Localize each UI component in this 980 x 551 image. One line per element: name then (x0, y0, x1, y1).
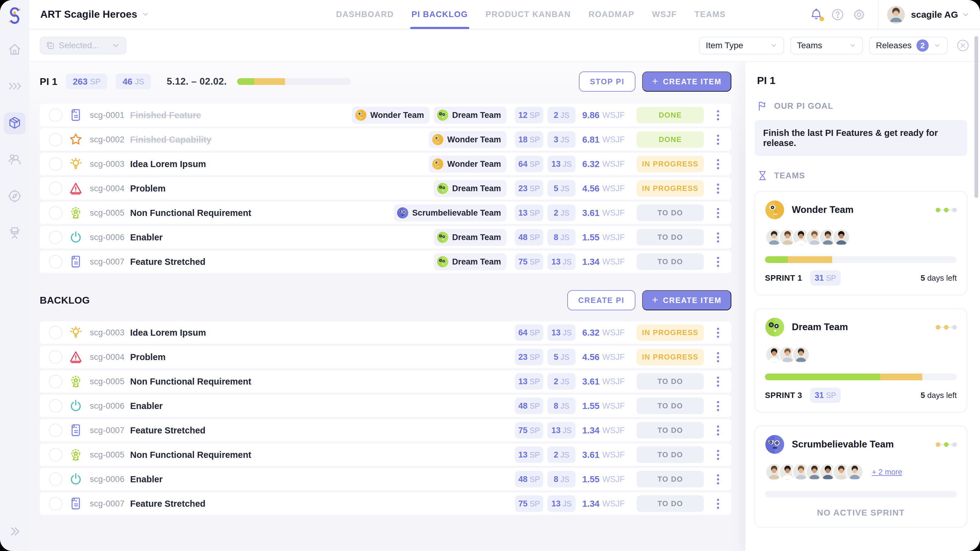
bell-icon[interactable] (810, 8, 823, 21)
item-row[interactable]: scg-0003Idea Lorem Ipsum64SP13JS6.32WSJF… (40, 321, 731, 344)
row-checkbox[interactable] (49, 157, 62, 171)
item-title[interactable]: Feature Stretched (130, 257, 205, 267)
item-row[interactable]: scg-0004Problem23SP5JS4.56WSJFIN PROGRES… (40, 346, 731, 368)
member-avatar[interactable] (846, 463, 864, 481)
item-row[interactable]: scg-0006Enabler48SP8JS1.55WSJFTO DO (40, 395, 731, 417)
tab-wsjf[interactable]: WSJF (652, 0, 677, 29)
item-row[interactable]: scg-0007Feature Stretched75SP13JS1.34WSJ… (40, 419, 731, 441)
team-chip-wonder[interactable]: Wonder Team (352, 106, 430, 124)
row-checkbox[interactable] (49, 182, 62, 195)
sidebar-item-backlog-box[interactable] (4, 113, 25, 134)
row-checkbox[interactable] (49, 350, 62, 364)
gear-icon[interactable] (852, 8, 866, 21)
item-row[interactable]: scg-0003Idea Lorem IpsumWonder Team64SP1… (40, 153, 731, 175)
item-title[interactable]: Finished Capability (130, 135, 212, 145)
member-avatar[interactable] (792, 345, 810, 364)
row-menu-button[interactable] (712, 110, 724, 120)
sidebar-expand-button[interactable] (0, 526, 29, 538)
selected-dropdown[interactable]: Selected... (40, 37, 126, 54)
sidebar-item-home[interactable] (4, 39, 25, 61)
sidebar-item-teams[interactable] (4, 149, 25, 171)
item-row[interactable]: scg-0004ProblemDream Team23SP5JS4.56WSJF… (40, 177, 731, 200)
filter-item-type[interactable]: Item Type (699, 37, 784, 54)
row-checkbox[interactable] (49, 399, 62, 413)
team-card-wonder[interactable]: Wonder TeamSPRINT 131SP5 days left (754, 191, 967, 295)
row-menu-button[interactable] (712, 474, 724, 484)
tab-roadmap[interactable]: ROADMAP (589, 0, 635, 29)
row-menu-button[interactable] (712, 208, 724, 218)
team-card-dream[interactable]: Dream TeamSPRINT 331SP5 days left (754, 308, 967, 413)
item-title[interactable]: Finished Feature (130, 110, 201, 120)
sidebar-item-sprints[interactable] (4, 76, 25, 98)
tab-product-kanban[interactable]: PRODUCT KANBAN (486, 0, 571, 29)
row-menu-button[interactable] (712, 352, 724, 362)
item-title[interactable]: Problem (130, 184, 165, 194)
user-avatar[interactable] (887, 6, 905, 24)
item-row[interactable]: scg-0001Finished FeatureWonder TeamDream… (40, 104, 731, 127)
member-avatar[interactable] (832, 228, 851, 246)
item-row[interactable]: scg-0005Non Functional Requirement13SP2J… (40, 370, 731, 393)
item-title[interactable]: Problem (130, 352, 165, 362)
filter-releases[interactable]: Releases2 (869, 37, 948, 54)
team-chip-scrum[interactable]: Scrumbelievable Team (394, 204, 506, 221)
row-menu-button[interactable] (712, 499, 724, 509)
create-item-button[interactable]: +CREATE ITEM (642, 71, 731, 92)
clear-filters-button[interactable] (956, 39, 970, 52)
item-row[interactable]: scg-0005Non Functional Requirement13SP2J… (40, 443, 731, 466)
row-checkbox[interactable] (49, 108, 62, 122)
row-menu-button[interactable] (712, 184, 724, 194)
item-row[interactable]: scg-0006EnablerDream Team48SP8JS1.55WSJF… (40, 226, 731, 249)
item-title[interactable]: Non Functional Requirement (130, 208, 251, 218)
item-title[interactable]: Idea Lorem Ipsum (130, 328, 206, 338)
art-selector[interactable]: ART Scagile Heroes (40, 8, 150, 20)
row-menu-button[interactable] (712, 159, 724, 169)
sidebar-item-chair[interactable] (4, 222, 25, 245)
row-checkbox[interactable] (49, 206, 62, 220)
item-title[interactable]: Enabler (130, 401, 162, 411)
item-row[interactable]: scg-0005Non Functional RequirementScrumb… (40, 202, 731, 224)
row-menu-button[interactable] (712, 257, 724, 267)
row-checkbox[interactable] (49, 424, 62, 437)
row-checkbox[interactable] (49, 448, 62, 462)
row-checkbox[interactable] (49, 326, 62, 339)
team-chip-wonder[interactable]: Wonder Team (429, 131, 506, 148)
filter-teams[interactable]: Teams (790, 37, 863, 54)
row-checkbox[interactable] (49, 230, 62, 244)
team-chip-wonder[interactable]: Wonder Team (429, 156, 506, 173)
item-title[interactable]: Enabler (130, 474, 162, 484)
item-row[interactable]: scg-0007Feature Stretched75SP13JS1.34WSJ… (40, 492, 731, 515)
sidebar-item-compass[interactable] (4, 186, 25, 208)
row-menu-button[interactable] (712, 401, 724, 411)
item-title[interactable]: Feature Stretched (130, 426, 205, 435)
team-chip-dream[interactable]: Dream Team (434, 229, 506, 246)
team-card-scrum[interactable]: Scrumbelievable Team+ 2 moreNO ACTIVE SP… (754, 426, 967, 527)
item-row[interactable]: scg-0002Finished CapabilityWonder Team18… (40, 128, 731, 151)
scagile-logo[interactable] (6, 6, 24, 25)
team-chip-dream[interactable]: Dream Team (434, 253, 506, 270)
row-menu-button[interactable] (712, 426, 724, 435)
scrollbar[interactable] (975, 36, 978, 198)
team-chip-dream[interactable]: Dream Team (434, 106, 506, 124)
item-title[interactable]: Non Functional Requirement (130, 376, 251, 387)
row-menu-button[interactable] (712, 450, 724, 460)
create-pi-button[interactable]: CREATE PI (567, 290, 635, 310)
stop-pi-button[interactable]: STOP PI (579, 71, 635, 92)
help-icon[interactable] (831, 8, 844, 21)
create-item-button[interactable]: +CREATE ITEM (642, 290, 731, 310)
tab-pi-backlog[interactable]: PI BACKLOG (412, 0, 468, 29)
team-chip-dream[interactable]: Dream Team (434, 180, 506, 197)
row-menu-button[interactable] (712, 376, 724, 387)
row-menu-button[interactable] (712, 232, 724, 243)
tab-teams[interactable]: TEAMS (695, 0, 726, 29)
row-checkbox[interactable] (49, 473, 62, 486)
row-checkbox[interactable] (49, 375, 62, 388)
item-row[interactable]: scg-0007Feature StretchedDream Team75SP1… (40, 251, 731, 273)
item-row[interactable]: scg-0006Enabler48SP8JS1.55WSJFTO DO (40, 468, 731, 491)
row-menu-button[interactable] (712, 135, 724, 145)
more-members-link[interactable]: + 2 more (872, 468, 902, 476)
item-title[interactable]: Idea Lorem Ipsum (130, 159, 206, 169)
row-menu-button[interactable] (712, 328, 724, 338)
item-title[interactable]: Enabler (130, 232, 162, 243)
row-checkbox[interactable] (49, 497, 62, 510)
item-title[interactable]: Non Functional Requirement (130, 450, 251, 460)
